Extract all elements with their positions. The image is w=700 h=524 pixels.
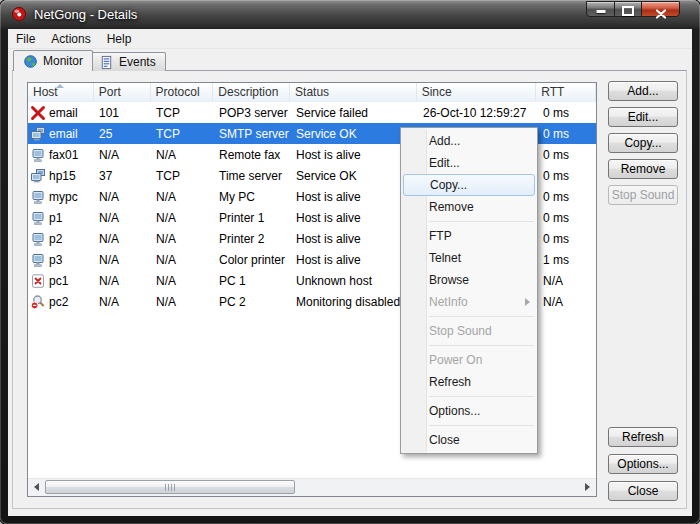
menu-item-label: Add... <box>429 134 460 148</box>
column-header-label: Status <box>295 85 329 99</box>
stop-sound-button[interactable]: Stop Sound <box>608 185 678 205</box>
menu-item-label: Copy... <box>430 178 467 192</box>
cell-description: Printer 1 <box>214 211 291 225</box>
cell-rtt: 0 ms <box>538 127 596 141</box>
app-icon <box>11 6 27 22</box>
computer-icon <box>30 189 46 205</box>
cell-description: Remote fax <box>214 148 291 162</box>
cell-rtt: 0 ms <box>538 148 596 162</box>
context-menu-item-browse[interactable]: Browse <box>401 269 537 291</box>
menu-help[interactable]: Help <box>99 30 140 46</box>
maximize-button[interactable] <box>614 1 642 17</box>
column-header-status[interactable]: Status <box>290 83 417 102</box>
context-menu-item-remove[interactable]: Remove <box>401 196 537 218</box>
computer-icon <box>30 252 46 268</box>
menu-item-label: Browse <box>429 273 469 287</box>
host-label: email <box>49 106 78 120</box>
cell-host: pc1 <box>28 273 94 289</box>
cell-port: N/A <box>94 295 151 309</box>
context-menu-item-ftp[interactable]: FTP <box>401 225 537 247</box>
host-label: pc1 <box>49 274 68 288</box>
menu-item-label: Telnet <box>429 251 461 265</box>
host-label: fax01 <box>49 148 78 162</box>
context-menu-item-telnet[interactable]: Telnet <box>401 247 537 269</box>
menu-file[interactable]: File <box>8 30 43 46</box>
cell-port: 25 <box>94 127 151 141</box>
context-menu-item-options[interactable]: Options... <box>401 400 537 422</box>
add-button[interactable]: Add... <box>608 81 678 101</box>
sort-ascending-icon <box>56 84 64 88</box>
cell-port: N/A <box>94 190 151 204</box>
monitor-disabled-icon <box>30 294 46 310</box>
cell-description: Color printer <box>214 253 291 267</box>
table-row-email[interactable]: email101TCPPOP3 serverService failed26-O… <box>28 102 596 123</box>
close-button[interactable]: Close <box>608 481 678 501</box>
events-tab-icon <box>99 55 114 70</box>
cell-protocol: N/A <box>151 232 214 246</box>
scroll-left-button[interactable] <box>28 479 45 495</box>
menu-item-label: Close <box>429 433 460 447</box>
column-header-rtt[interactable]: RTT <box>536 83 596 102</box>
window-title: NetGong - Details <box>34 7 137 22</box>
cell-rtt: 0 ms <box>538 232 596 246</box>
cell-protocol: N/A <box>151 274 214 288</box>
context-menu-item-refresh[interactable]: Refresh <box>401 371 537 393</box>
column-header-description[interactable]: Description <box>213 83 290 102</box>
computer-icon <box>30 147 46 163</box>
copy-button[interactable]: Copy... <box>608 133 678 153</box>
menu-item-label: Power On <box>429 353 482 367</box>
host-label: mypc <box>49 190 78 204</box>
tab-label: Monitor <box>43 54 83 68</box>
refresh-button[interactable]: Refresh <box>608 427 678 447</box>
cell-host: p2 <box>28 231 94 247</box>
monitor-tab-icon <box>23 54 38 69</box>
menu-actions[interactable]: Actions <box>43 30 98 46</box>
edit-button[interactable]: Edit... <box>608 107 678 127</box>
titlebar[interactable]: NetGong - Details <box>0 0 700 29</box>
cell-protocol: TCP <box>151 169 214 183</box>
scrollbar-thumb[interactable] <box>45 480 295 494</box>
close-button[interactable] <box>641 1 680 17</box>
column-header-protocol[interactable]: Protocol <box>151 83 214 102</box>
tab-events[interactable]: Events <box>89 52 166 71</box>
context-menu-item-add[interactable]: Add... <box>401 130 537 152</box>
context-menu-item-netinfo[interactable]: NetInfo <box>401 291 537 313</box>
context-menu-item-edit[interactable]: Edit... <box>401 152 537 174</box>
minimize-button[interactable] <box>586 1 615 17</box>
context-menu-item-stop-sound[interactable]: Stop Sound <box>401 320 537 342</box>
column-header-port[interactable]: Port <box>94 83 151 102</box>
scroll-right-button[interactable] <box>579 479 596 495</box>
menu-item-label: FTP <box>429 229 452 243</box>
column-header-host[interactable]: Host <box>28 83 94 102</box>
cell-status: Host is alive <box>291 211 418 225</box>
horizontal-scrollbar[interactable] <box>28 478 596 496</box>
cell-rtt: 0 ms <box>538 169 596 183</box>
cell-port: N/A <box>94 232 151 246</box>
cell-protocol: N/A <box>151 253 214 267</box>
tab-monitor[interactable]: Monitor <box>13 50 93 71</box>
arrow-left-icon <box>34 483 39 491</box>
cell-rtt: 0 ms <box>538 211 596 225</box>
column-header-since[interactable]: Since <box>417 83 537 102</box>
failed-host-icon <box>30 105 46 121</box>
cell-status: Unknown host <box>291 274 418 288</box>
remove-button[interactable]: Remove <box>608 159 678 179</box>
context-menu-item-close[interactable]: Close <box>401 429 537 451</box>
cell-rtt: 0 ms <box>538 190 596 204</box>
cell-description: Printer 2 <box>214 232 291 246</box>
context-menu-item-power-on[interactable]: Power On <box>401 349 537 371</box>
menu-separator <box>429 396 534 397</box>
cell-port: 37 <box>94 169 151 183</box>
cell-status: Host is alive <box>291 148 418 162</box>
cell-port: N/A <box>94 253 151 267</box>
options-button[interactable]: Options... <box>608 454 678 474</box>
cell-status: Monitoring disabled <box>291 295 418 309</box>
context-menu-item-copy[interactable]: Copy... <box>403 174 535 196</box>
maximize-icon <box>622 6 634 16</box>
menu-item-label: Stop Sound <box>429 324 492 338</box>
host-label: p2 <box>49 232 62 246</box>
menu-separator <box>429 316 534 317</box>
submenu-arrow-icon <box>525 298 530 306</box>
cell-description: SMTP server <box>214 127 291 141</box>
cell-status: Host is alive <box>291 190 418 204</box>
